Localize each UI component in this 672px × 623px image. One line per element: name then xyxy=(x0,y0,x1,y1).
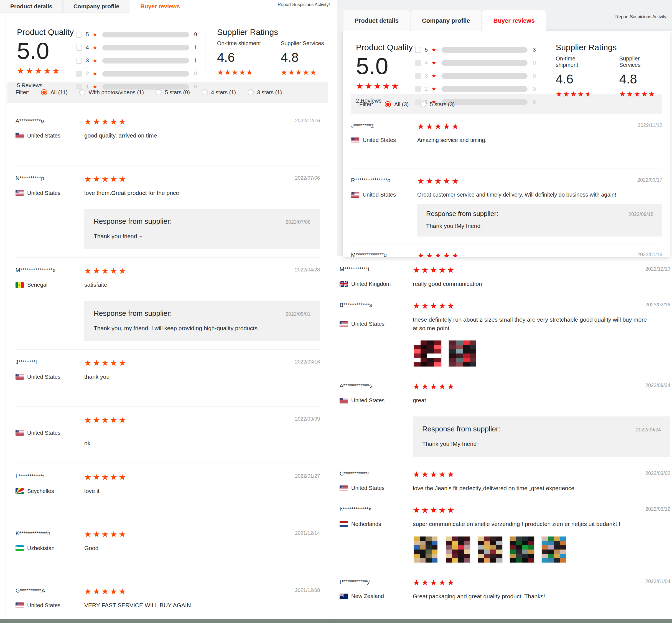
histogram-checkbox[interactable] xyxy=(415,47,421,53)
metric-score: 4.8 xyxy=(281,50,324,65)
review-photo-thumbnail[interactable] xyxy=(413,339,441,367)
histogram-checkbox[interactable] xyxy=(415,86,421,92)
radio-icon[interactable] xyxy=(202,89,208,95)
filter-option-all-11[interactable]: All (11) xyxy=(41,89,68,96)
supplier-metric-on-time-shipment: On-time shipment 4.6 ★★★★★★★★★★ xyxy=(556,55,599,97)
reviewer-country: United States xyxy=(340,397,413,404)
histogram-checkbox[interactable] xyxy=(76,71,82,77)
filter-option-with-photos-videos-1[interactable]: With photos/videos (1) xyxy=(79,89,144,96)
histogram-bar xyxy=(102,58,189,63)
supplier-metric-supplier-services: Supplier Services 4.8 ★★★★★★★★★★ xyxy=(281,40,324,76)
star-rating: ★★★★★★★★★★ xyxy=(17,67,61,75)
filter-option-3-stars-1[interactable]: 3 stars (1) xyxy=(248,89,282,96)
tab-bar: Product detailsCompany profileBuyer revi… xyxy=(0,0,333,13)
histogram-row-4-star: 4 ★ 1 xyxy=(76,41,204,54)
review-date: 2021/12/08 xyxy=(295,588,320,593)
histogram-label: 2 xyxy=(85,70,90,77)
supplier-response-text: Thank you !My friend~ xyxy=(422,441,661,447)
filter-option-label: All (11) xyxy=(51,89,68,96)
radio-icon[interactable] xyxy=(385,101,391,107)
screenshot-stage: Product detailsCompany profileBuyer revi… xyxy=(0,0,672,623)
supplier-response-title: Response from supplier: xyxy=(94,217,172,226)
radio-icon[interactable] xyxy=(248,89,254,95)
tab-company-profile[interactable]: Company profile xyxy=(63,0,130,13)
histogram-row-3-star: 3 ★ 1 xyxy=(76,54,204,67)
country-name: Senegal xyxy=(27,282,48,288)
metric-stars: ★★★★★★★★★★ xyxy=(281,69,324,76)
product-quality-block: Product Quality 5.0 ★★★★★★★★★★ 5 Reviews xyxy=(17,27,76,82)
star-icon: ★ xyxy=(93,70,97,77)
review-text: satisfaite xyxy=(84,280,320,289)
product-quality-score: 5.0 xyxy=(17,39,76,62)
tab-product-details[interactable]: Product details xyxy=(343,10,410,31)
review-photo-thumbnail[interactable] xyxy=(413,536,438,563)
star-rating: ★★★★★★★★★★ xyxy=(84,588,127,596)
country-name: United States xyxy=(27,430,60,436)
review-photo-thumbnail[interactable] xyxy=(445,536,470,563)
histogram-checkbox[interactable] xyxy=(415,60,421,66)
reviews-count: 5 Reviews xyxy=(17,82,76,89)
histogram-count: 3 xyxy=(532,47,542,53)
review-stars: ★★★★★★★★★★ xyxy=(413,302,645,310)
country-name: United States xyxy=(351,321,385,327)
review-text: Great packaging and great quality produc… xyxy=(413,592,670,600)
flag-us-icon xyxy=(351,192,359,198)
reviewer-name: M*************g xyxy=(351,252,417,257)
star-rating: ★★★★★★★★★★ xyxy=(413,506,456,514)
filter-option-all-3[interactable]: All (3) xyxy=(385,101,409,108)
reviewer-country: Uzbekistan xyxy=(16,545,84,552)
reviewer-name: K*************n xyxy=(16,530,84,537)
histogram-checkbox[interactable] xyxy=(76,32,82,38)
filter-option-5-stars-9[interactable]: 5 stars (9) xyxy=(155,89,190,96)
radio-icon[interactable] xyxy=(41,89,47,95)
radio-icon[interactable] xyxy=(155,89,162,95)
review-stars: ★★★★★★★★★★ xyxy=(84,118,295,126)
metric-stars: ★★★★★★★★★★ xyxy=(619,90,662,97)
supplier-response-date: 2022/05/01 xyxy=(285,312,310,317)
reviews-card: Product Quality 5.0 ★★★★★★★★★★ 5 Reviews… xyxy=(5,13,330,623)
star-rating: ★★★★★★★★★★ xyxy=(84,530,127,538)
review-photo-thumbnail[interactable] xyxy=(509,536,535,563)
star-rating: ★★★★★★★★★★ xyxy=(281,69,317,76)
ratings-summary: Product Quality 5.0 ★★★★★★★★★★ 2 Reviews… xyxy=(351,31,662,94)
supplier-metric-supplier-services: Supplier Services 4.8 ★★★★★★★★★★ xyxy=(619,55,662,97)
review-list: A**********o ★★★★★★★★★★ 2022/12/16 Unite… xyxy=(16,103,320,623)
supplier-response-title: Response from supplier: xyxy=(94,309,172,318)
filter-option-5-stars-3[interactable]: 5 stars (3) xyxy=(420,101,455,108)
supplier-response-title: Response from supplier: xyxy=(422,425,500,433)
reviewer-name: C***********r xyxy=(340,471,413,477)
tab-buyer-reviews[interactable]: Buyer reviews xyxy=(130,0,190,13)
filter-label: Filter: xyxy=(359,101,373,108)
review-stars: ★★★★★★★★★★ xyxy=(413,471,645,479)
histogram-checkbox[interactable] xyxy=(76,44,82,51)
filter-option-4-stars-1[interactable]: 4 stars (1) xyxy=(202,89,236,96)
review-item: M*************g ★★★★★★★★★★ 2022/01/16 Un… xyxy=(351,243,662,257)
histogram-checkbox[interactable] xyxy=(415,73,421,79)
reviewer-name: M***************e xyxy=(16,267,84,273)
radio-icon[interactable] xyxy=(79,89,85,95)
review-photo-thumbnail[interactable] xyxy=(477,536,502,563)
tab-buyer-reviews[interactable]: Buyer reviews xyxy=(482,10,546,31)
reviewer-name: J********l xyxy=(16,359,84,365)
metric-score: 4.6 xyxy=(217,50,261,65)
reviewer-country: Senegal xyxy=(16,282,84,288)
review-photo-thumbnail[interactable] xyxy=(542,536,567,563)
review-item: M***********i ★★★★★★★★★★ 2022/12/19 Unit… xyxy=(340,260,670,295)
tab-company-profile[interactable]: Company profile xyxy=(410,10,482,31)
supplier-ratings-block: Supplier Ratings On-time shipment 4.6 ★★… xyxy=(556,43,662,94)
star-rating: ★★★★★★★★★★ xyxy=(413,266,456,274)
metric-label: Supplier Services xyxy=(281,40,324,47)
histogram-checkbox[interactable] xyxy=(76,84,82,90)
review-photo-thumbnail[interactable] xyxy=(448,339,477,367)
tab-product-details[interactable]: Product details xyxy=(0,0,63,13)
radio-icon[interactable] xyxy=(420,101,426,107)
reviewer-country: United States xyxy=(16,602,84,609)
country-name: New Zealand xyxy=(351,593,384,599)
histogram-checkbox[interactable] xyxy=(76,58,82,64)
supplier-response-title: Response from supplier: xyxy=(426,210,498,218)
star-rating: ★★★★★★★★★★ xyxy=(619,90,656,97)
review-item: J********l ★★★★★★★★★★ 2022/03/16 United … xyxy=(16,349,320,407)
supplier-metrics: On-time shipment 4.6 ★★★★★★★★★★ Supplier… xyxy=(217,40,324,76)
reviewer-name: R***************o xyxy=(351,177,417,183)
review-item: J********z ★★★★★★★★★★ 2022/11/12 United … xyxy=(351,114,662,169)
